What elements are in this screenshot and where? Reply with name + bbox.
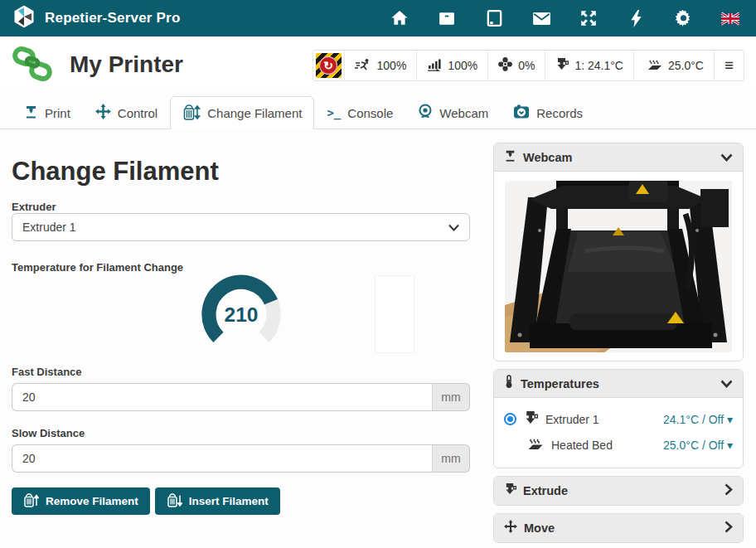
flow-multiplier[interactable]: 100% <box>416 51 487 80</box>
page-title: Change Filament <box>12 157 219 187</box>
fan-status[interactable]: 0% <box>487 51 545 80</box>
tab-label: Print <box>45 106 70 120</box>
move-panel-header[interactable]: Move <box>494 514 743 542</box>
slow-distance-unit: mm <box>432 444 470 473</box>
records-icon <box>513 104 530 122</box>
speed-multiplier[interactable]: 100% <box>344 51 417 80</box>
temperature-row-bed: Heated Bed 25.0°C / Off ▾ <box>504 432 733 458</box>
temperature-value: 210 <box>225 303 259 326</box>
extruder-select[interactable]: Extruder 1 <box>12 213 470 241</box>
extruder-icon <box>504 483 516 499</box>
tab-change-filament[interactable]: Change Filament <box>170 96 314 130</box>
bed-temperature[interactable]: 25.0°C <box>633 51 714 80</box>
printer-header: My Printer ↻ 100% <box>0 40 756 91</box>
power-icon[interactable] <box>627 9 645 27</box>
slow-distance-input[interactable] <box>12 444 432 473</box>
webcam-icon <box>418 104 433 122</box>
temperature-row-extruder: Extruder 1 24.1°C / Off ▾ <box>504 406 733 432</box>
knowledge-base-icon[interactable] <box>485 9 503 27</box>
brand[interactable]: Repetier-Server Pro <box>0 4 180 32</box>
extruder-temp-dropdown[interactable]: 24.1°C / Off ▾ <box>663 413 733 426</box>
tab-print[interactable]: Print <box>12 96 83 129</box>
settings-icon[interactable] <box>674 9 692 27</box>
tab-records[interactable]: Records <box>501 96 595 129</box>
tab-webcam[interactable]: Webcam <box>405 96 501 129</box>
temperatures-panel-title: Temperatures <box>521 377 599 390</box>
caret-down-icon: ▾ <box>727 413 733 426</box>
console-icon: >_ <box>327 106 341 119</box>
emergency-stop-button[interactable]: ↻ <box>313 51 344 80</box>
filament-up-icon <box>23 493 39 510</box>
printer-menu-button[interactable]: ≡ <box>714 51 744 80</box>
emergency-stop-icon: ↻ <box>316 53 342 78</box>
print-icon <box>24 104 38 122</box>
slow-distance-label: Slow Distance <box>12 427 85 439</box>
language-flag-uk[interactable] <box>721 9 739 27</box>
temperature-row-name: Extruder 1 <box>545 413 599 426</box>
menu-icon: ≡ <box>724 56 734 75</box>
messages-icon[interactable] <box>532 9 550 27</box>
home-icon[interactable] <box>390 9 409 27</box>
bed-temp-dropdown[interactable]: 25.0°C / Off ▾ <box>663 439 733 452</box>
heated-bed-icon <box>644 57 662 74</box>
webcam-panel-header[interactable]: Webcam <box>494 143 743 172</box>
flow-icon <box>427 58 442 74</box>
fan-icon <box>498 57 512 74</box>
chevron-down-icon <box>720 150 733 165</box>
filament-down-icon <box>167 493 182 510</box>
speed-icon <box>355 58 371 74</box>
move-panel-title: Move <box>524 521 555 535</box>
heated-bed-icon <box>524 436 544 454</box>
tab-label: Records <box>536 106 583 120</box>
move-panel: Move <box>493 513 744 543</box>
fan-value: 0% <box>518 59 535 72</box>
fast-distance-label: Fast Distance <box>12 366 82 378</box>
tab-label: Change Filament <box>207 106 302 120</box>
tab-label: Control <box>118 106 158 120</box>
tab-label: Console <box>347 106 393 120</box>
remove-filament-label: Remove Filament <box>46 495 138 507</box>
temperatures-panel: Temperatures Extruder 1 24.1°C / Off ▾ <box>493 369 744 468</box>
connection-chain-icon <box>10 46 56 88</box>
extruder-selected-radio-icon[interactable] <box>504 413 516 425</box>
temperature-label: Temperature for Filament Change <box>12 261 183 274</box>
webcam-image <box>505 181 732 352</box>
insert-filament-button[interactable]: Insert Filament <box>155 487 280 515</box>
nozzle-icon <box>504 149 516 166</box>
extruder-temperature[interactable]: 1: 24.1°C <box>545 51 633 80</box>
temperatures-panel-header[interactable]: Temperatures <box>494 370 743 398</box>
extruder-select-value: Extruder 1 <box>22 221 76 234</box>
tab-control[interactable]: Control <box>83 96 170 129</box>
extruder-icon <box>524 410 538 429</box>
fast-distance-input[interactable] <box>12 383 432 411</box>
thermometer-icon <box>504 375 514 392</box>
chevron-down-icon <box>720 376 733 391</box>
remove-filament-button[interactable]: Remove Filament <box>12 487 150 515</box>
extrude-panel-header[interactable]: Extrude <box>494 477 743 505</box>
global-actions-icon[interactable] <box>579 9 598 27</box>
fast-distance-unit: mm <box>432 383 470 411</box>
printers-icon[interactable] <box>438 9 456 27</box>
temperature-gauge[interactable]: 210 <box>192 268 290 357</box>
printer-status-bar: ↻ 100% 100% <box>313 50 744 81</box>
flow-value: 100% <box>448 59 477 72</box>
printer-name: My Printer <box>70 51 183 78</box>
repetier-logo-icon <box>12 4 36 32</box>
caret-down-icon: ▾ <box>727 439 733 452</box>
temperature-input-ghost[interactable] <box>375 275 414 353</box>
printer-tabs: Print Control <box>0 99 756 129</box>
move-icon <box>504 520 517 536</box>
filament-icon <box>182 104 201 123</box>
brand-title: Repetier-Server Pro <box>45 10 180 27</box>
extrude-panel-title: Extrude <box>523 484 568 497</box>
extruder-icon <box>555 57 569 74</box>
speed-value: 100% <box>377 59 407 72</box>
chevron-down-icon <box>448 221 459 234</box>
top-navbar: Repetier-Server Pro <box>0 0 756 36</box>
move-icon <box>95 104 111 122</box>
chevron-right-icon <box>724 521 733 536</box>
insert-filament-label: Insert Filament <box>189 495 269 507</box>
extruder-temp-value: 1: 24.1°C <box>574 59 623 72</box>
extrude-panel: Extrude <box>493 476 744 506</box>
tab-console[interactable]: >_ Console <box>314 96 405 129</box>
